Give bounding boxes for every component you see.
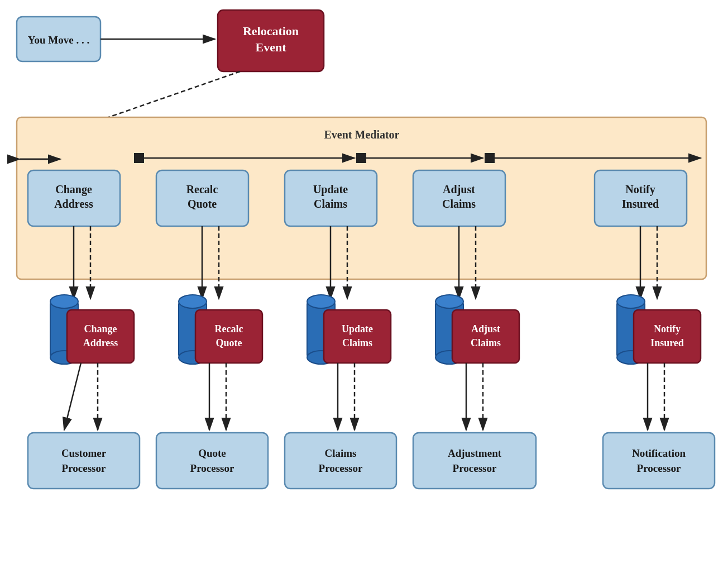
svg-text:Processor: Processor: [62, 462, 106, 474]
svg-text:Customer: Customer: [61, 447, 107, 459]
svg-text:Processor: Processor: [319, 462, 363, 474]
svg-text:Claims: Claims: [342, 337, 372, 348]
svg-line-58: [64, 363, 81, 430]
quote-processor-box: [156, 433, 268, 489]
queue-notify-insured-box: [634, 310, 701, 363]
customer-processor-box: [28, 433, 140, 489]
svg-text:Claims: Claims: [325, 447, 357, 459]
you-move-label: You Move . . .: [28, 34, 89, 46]
node3: [485, 153, 495, 163]
svg-text:Recalc: Recalc: [186, 183, 218, 195]
svg-text:Adjust: Adjust: [443, 183, 475, 196]
svg-point-39: [179, 295, 207, 308]
svg-text:Quote: Quote: [216, 337, 242, 348]
relocation-event-label: Relocation: [243, 24, 299, 38]
svg-text:Notification: Notification: [632, 447, 686, 459]
node1: [134, 153, 144, 163]
event-mediator-label: Event Mediator: [324, 128, 400, 141]
svg-text:Processor: Processor: [453, 462, 497, 474]
svg-text:Recalc: Recalc: [215, 323, 243, 334]
svg-text:Address: Address: [83, 337, 118, 348]
queue-adjust-claims-box: [452, 310, 519, 363]
svg-text:Quote: Quote: [198, 447, 226, 459]
claims-processor-box: [285, 433, 396, 489]
svg-text:Processor: Processor: [637, 462, 681, 474]
relocation-event-label2: Event: [256, 40, 287, 54]
svg-text:Address: Address: [54, 198, 93, 210]
svg-text:Claims: Claims: [442, 198, 476, 210]
svg-text:Adjust: Adjust: [471, 323, 500, 334]
mediator-change-address-label: Change: [55, 183, 92, 196]
svg-text:Insured: Insured: [650, 337, 684, 348]
svg-point-34: [50, 295, 78, 308]
adjustment-processor-box: [413, 433, 536, 489]
node2: [356, 153, 366, 163]
svg-text:Insured: Insured: [622, 198, 659, 210]
svg-point-44: [307, 295, 335, 308]
svg-text:Notify: Notify: [625, 183, 655, 196]
svg-text:Update: Update: [342, 323, 373, 334]
svg-text:Change: Change: [84, 323, 117, 334]
svg-text:Quote: Quote: [188, 198, 217, 210]
queue-recalc-quote-box: [195, 310, 262, 363]
notification-processor-box: [603, 433, 715, 489]
svg-text:Processor: Processor: [190, 462, 234, 474]
svg-point-49: [435, 295, 463, 308]
queue-change-address-box: [67, 310, 134, 363]
svg-text:Adjustment: Adjustment: [448, 447, 502, 459]
svg-text:Claims: Claims: [314, 198, 347, 210]
svg-text:Update: Update: [313, 183, 348, 196]
queue-update-claims-box: [324, 310, 391, 363]
svg-point-54: [617, 295, 645, 308]
svg-text:Claims: Claims: [471, 337, 501, 348]
svg-text:Notify: Notify: [654, 323, 681, 334]
